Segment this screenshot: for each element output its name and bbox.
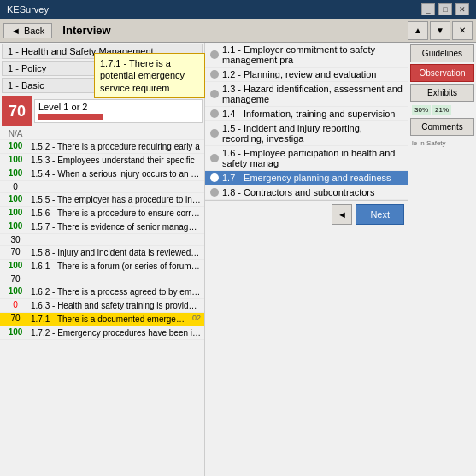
item-text: 1.5.3 - Employees understand their speci…	[31, 155, 201, 166]
down-icon[interactable]: ▼	[430, 21, 450, 40]
level-bar	[38, 114, 103, 120]
section-dot	[210, 173, 219, 182]
section-item-1-8[interactable]: 1.8 - Contractors and subcontractors	[205, 185, 408, 200]
item-text: 1.5.4 - When a serious injury occurs to …	[31, 168, 201, 179]
list-item[interactable]: 0 1.6.3 - Health and safety training is …	[0, 299, 204, 313]
title-bar: KESurvey _ □ ✕	[0, 0, 476, 19]
section-label: 1.8 - Contractors and subcontractors	[222, 187, 375, 197]
next-label: Next	[370, 209, 390, 220]
toolbar-icons: ▲ ▼ ✕	[408, 21, 473, 40]
observation-button[interactable]: Observation	[410, 64, 474, 82]
score-row: 70 Level 1 or 2	[0, 94, 204, 128]
item-score: N/A	[3, 129, 27, 138]
item-text: 1.5.7 - There is evidence of senior mana…	[31, 221, 201, 232]
section-label: 1.5 - Incident and injury reporting, rec…	[222, 123, 403, 144]
list-item[interactable]: 100 1.5.2 - There is a procedure requiri…	[0, 140, 204, 154]
item-score: 100	[3, 221, 27, 231]
section-label: 1.6 - Employee participation in health a…	[222, 148, 403, 168]
item-text: 1.5.6 - There is a procedure to ensure c…	[31, 208, 201, 219]
item-score: 0	[3, 182, 27, 191]
list-item[interactable]: 100 1.5.4 - When a serious injury occurs…	[0, 167, 204, 181]
section-dot	[210, 70, 219, 79]
comment-badge-2: 21%	[432, 105, 451, 115]
item-score: 100	[3, 141, 27, 150]
items-list: N/A 100 1.5.2 - There is a procedure req…	[0, 128, 204, 476]
list-item[interactable]: 0	[0, 181, 204, 193]
back-button[interactable]: ◄ Back	[3, 23, 52, 38]
list-item[interactable]: 100 1.5.3 - Employees understand their s…	[0, 154, 204, 167]
item-text: 1.6.1 - There is a forum (or series of f…	[31, 261, 201, 272]
section-item-1-7[interactable]: 1.7 - Emergency planning and readiness	[205, 171, 408, 185]
item-text: 1.7.1 - There is a documented emergency …	[31, 314, 189, 325]
prev-icon: ◄	[338, 209, 347, 220]
item-score: 100	[3, 327, 27, 337]
section-dot	[210, 188, 219, 197]
up-icon[interactable]: ▲	[408, 21, 428, 40]
item-score: 100	[3, 261, 27, 270]
section-item-1-3[interactable]: 1.3 - Hazard identification, assessment …	[205, 82, 408, 107]
section-label: 1.3 - Hazard identification, assessment …	[222, 84, 403, 104]
exhibits-button[interactable]: Exhibits	[410, 84, 474, 102]
list-item[interactable]: 30	[0, 234, 204, 246]
section-item-1-5[interactable]: 1.5 - Incident and injury reporting, rec…	[205, 121, 408, 146]
section-dot	[210, 129, 219, 138]
section-label: 1.4 - Information, training and supervis…	[222, 109, 395, 119]
comment-icons: 30% 21%	[410, 103, 474, 116]
back-label: Back	[24, 26, 44, 36]
item-score: 100	[3, 168, 27, 178]
item-score: 70	[3, 314, 27, 323]
section-item-1-4[interactable]: 1.4 - Information, training and supervis…	[205, 107, 408, 121]
section-dot	[210, 109, 219, 118]
back-arrow-icon: ◄	[11, 26, 21, 36]
list-item[interactable]: 100 1.6.1 - There is a forum (or series …	[0, 260, 204, 273]
section-dot	[210, 50, 219, 59]
nav-bar: ◄ Next	[205, 200, 408, 228]
tooltip-popup: 1.7.1 - There is a potential emergency s…	[94, 53, 205, 98]
right-panel: 1.1 - Employer commitment to safety mana…	[205, 43, 476, 476]
item-score: 30	[3, 235, 27, 244]
main-container: 1 - Health and Safety Management 1 - Pol…	[0, 43, 476, 476]
toolbar-title: Interview	[62, 24, 110, 37]
item-text: 1.5.8 - Injury and incident data is revi…	[31, 247, 201, 258]
main-score-box: 70	[2, 96, 32, 126]
sections-col: 1.1 - Employer commitment to safety mana…	[205, 43, 408, 476]
item-text: 1.5.5 - The employer has a procedure to …	[31, 194, 201, 205]
section-item-1-1[interactable]: 1.1 - Employer commitment to safety mana…	[205, 43, 408, 68]
section-item-1-2[interactable]: 1.2 - Planning, review and evaluation	[205, 68, 408, 82]
item-score: 0	[3, 300, 27, 309]
item-score: 70	[3, 247, 27, 256]
section-label: 1.7 - Emergency planning and readiness	[222, 173, 391, 183]
section-item-1-6[interactable]: 1.6 - Employee participation in health a…	[205, 146, 408, 171]
minimize-btn[interactable]: _	[421, 3, 435, 15]
item-text: 1.6.2 - There is a process agreed to by …	[31, 286, 201, 297]
item-score: 100	[3, 208, 27, 217]
item-score: 100	[3, 155, 27, 164]
list-item[interactable]: 100 1.5.5 - The employer has a procedure…	[0, 193, 204, 207]
maximize-btn[interactable]: □	[438, 3, 452, 15]
comment-badge-1: 30%	[412, 105, 431, 115]
list-item-active[interactable]: 70 1.7.1 - There is a documented emergen…	[0, 313, 204, 326]
left-panel: 1 - Health and Safety Management 1 - Pol…	[0, 43, 205, 476]
close-btn[interactable]: ✕	[455, 3, 469, 15]
list-item[interactable]: N/A	[0, 128, 204, 140]
item-text: 1.7.2 - Emergency procedures have been i…	[31, 327, 201, 338]
requirements-note: le in Safety	[410, 138, 474, 149]
list-item[interactable]: 70	[0, 273, 204, 285]
item-score: 70	[3, 274, 27, 284]
list-item[interactable]: 70 1.5.8 - Injury and incident data is r…	[0, 246, 204, 260]
close-toolbar-icon[interactable]: ✕	[452, 21, 473, 40]
item-text: 1.6.3 - Health and safety training is pr…	[31, 300, 201, 311]
prev-button[interactable]: ◄	[332, 204, 352, 225]
list-item[interactable]: 100 1.7.2 - Emergency procedures have be…	[0, 326, 204, 340]
middle-right: 1.1 - Employer commitment to safety mana…	[205, 43, 476, 476]
item-score: 100	[3, 194, 27, 203]
list-item[interactable]: 100 1.5.6 - There is a procedure to ensu…	[0, 207, 204, 220]
list-item[interactable]: 100 1.6.2 - There is a process agreed to…	[0, 285, 204, 299]
comments-button[interactable]: Comments	[410, 118, 474, 136]
next-button[interactable]: Next	[356, 204, 404, 225]
list-item[interactable]: 100 1.5.7 - There is evidence of senior …	[0, 220, 204, 234]
guidelines-button[interactable]: Guidelines	[410, 44, 474, 62]
item-score: 100	[3, 286, 27, 296]
toolbar: ◄ Back Interview ▲ ▼ ✕	[0, 19, 476, 43]
window-controls: _ □ ✕	[421, 3, 469, 15]
